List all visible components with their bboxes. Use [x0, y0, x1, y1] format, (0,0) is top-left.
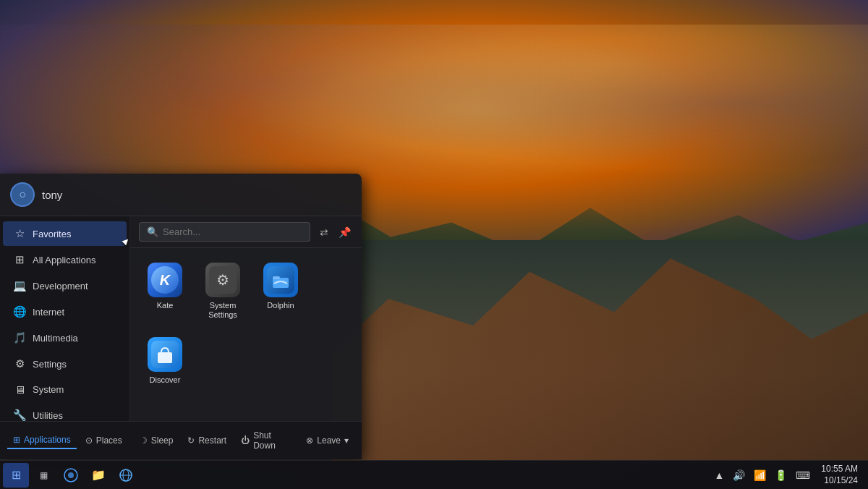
svg-text:⚙: ⚙ — [216, 272, 229, 288]
apps-grid: K Kate ⚙ System Settings — [130, 248, 362, 421]
restart-icon: ↻ — [187, 435, 195, 446]
user-header: ○ tony — [0, 174, 362, 216]
app-label-kate: Kate — [157, 301, 174, 310]
sidebar-item-internet[interactable]: 🌐 Internet — [3, 299, 127, 324]
multimedia-icon: 🎵 — [13, 331, 26, 344]
toolbar-icons: ⇄ 📌 — [318, 224, 353, 240]
sidebar: ☆ Favorites ⊞ All Applications 💻 Develop… — [0, 216, 130, 421]
clock-time: 10:55 AM — [821, 464, 858, 475]
app-label-discover: Discover — [150, 375, 181, 385]
systray-speaker[interactable]: 🔊 — [731, 468, 747, 482]
clock[interactable]: 10:55 AM 10/15/24 — [817, 464, 862, 486]
avatar: ○ — [10, 182, 35, 207]
leave-icon: ⊗ — [306, 435, 313, 446]
app-label-dolphin: Dolphin — [267, 301, 294, 310]
sleep-label: Sleep — [151, 435, 174, 446]
utilities-icon: 🔧 — [13, 409, 26, 421]
launcher-footer: ⊞ Applications ⊙ Places ☽ Sleep ↻ Restar… — [0, 421, 362, 459]
taskbar-app-menu-btn[interactable]: ⊞ — [3, 463, 29, 488]
browser-icon — [119, 468, 133, 482]
username-label: tony — [42, 189, 62, 201]
kate-icon: K — [148, 263, 182, 297]
sidebar-item-settings[interactable]: ⚙ Settings — [3, 352, 127, 376]
svg-rect-8 — [158, 352, 172, 363]
search-input[interactable] — [163, 226, 302, 237]
app-label-system-settings: System Settings — [200, 301, 246, 320]
app-item-kate[interactable]: K Kate — [139, 257, 191, 326]
favorites-icon: ☆ — [13, 227, 26, 240]
sidebar-item-label: Multimedia — [33, 333, 78, 344]
places-label: Places — [96, 435, 122, 446]
taskbar-kde-btn[interactable] — [58, 463, 84, 488]
search-bar[interactable]: 🔍 — [139, 222, 310, 242]
places-icon: ⊙ — [85, 435, 93, 446]
taskbar-right: ▲ 🔊 📶 🔋 ⌨ 10:55 AM 10/15/24 — [706, 464, 868, 486]
sidebar-item-label: Development — [33, 281, 88, 292]
sleep-btn[interactable]: ☽ Sleep — [134, 433, 179, 448]
applications-icon: ⊞ — [13, 435, 20, 445]
internet-icon: 🌐 — [13, 305, 26, 318]
footer-places-btn[interactable]: ⊙ Places — [80, 433, 128, 448]
taskbar-pager-btn[interactable]: ▦ — [30, 463, 56, 488]
svg-point-10 — [68, 472, 74, 478]
pin-icon[interactable]: 📌 — [336, 224, 353, 240]
systray-network[interactable]: 📶 — [752, 468, 768, 482]
restart-btn[interactable]: ↻ Restart — [182, 433, 232, 448]
footer-applications-btn[interactable]: ⊞ Applications — [7, 432, 77, 449]
app-item-discover[interactable]: Discover — [139, 331, 191, 391]
sidebar-item-label: All Applications — [33, 255, 95, 265]
sidebar-item-all-applications[interactable]: ⊞ All Applications — [3, 247, 127, 272]
systray-battery[interactable]: 🔋 — [773, 468, 789, 482]
sidebar-item-favorites[interactable]: ☆ Favorites — [3, 221, 127, 246]
sidebar-item-label: System — [33, 384, 64, 395]
avatar-icon: ○ — [19, 188, 26, 201]
search-icon: 🔍 — [147, 226, 158, 237]
taskbar: ⊞ ▦ 📁 ▲ — [0, 460, 868, 489]
launcher-body: ☆ Favorites ⊞ All Applications 💻 Develop… — [0, 216, 362, 421]
grid-icon: ⊞ — [13, 253, 26, 266]
sleep-icon: ☽ — [140, 435, 148, 446]
leave-btn[interactable]: ⊗ Leave ▾ — [300, 433, 354, 448]
sidebar-item-development[interactable]: 💻 Development — [3, 273, 127, 298]
taskbar-browser-btn[interactable] — [113, 463, 139, 488]
sidebar-item-utilities[interactable]: 🔧 Utilities — [3, 403, 127, 421]
app-launcher: ○ tony ☆ Favorites ⊞ All Applications 💻 … — [0, 174, 362, 459]
right-panel: 🔍 ⇄ 📌 — [130, 216, 362, 421]
svg-text:K: K — [160, 272, 171, 288]
systray-arrow[interactable]: ▲ — [712, 468, 726, 482]
shutdown-icon: ⏻ — [241, 435, 250, 446]
taskbar-left: ⊞ ▦ 📁 — [0, 463, 142, 488]
sidebar-item-system[interactable]: 🖥 System — [3, 378, 127, 401]
leave-chevron: ▾ — [344, 435, 349, 446]
app-item-system-settings[interactable]: ⚙ System Settings — [197, 257, 249, 326]
app-item-dolphin[interactable]: Dolphin — [255, 257, 307, 326]
sidebar-item-label: Internet — [33, 307, 64, 318]
sidebar-item-multimedia[interactable]: 🎵 Multimedia — [3, 326, 127, 350]
development-icon: 💻 — [13, 279, 26, 292]
switch-icon[interactable]: ⇄ — [318, 224, 331, 240]
shutdown-label: Shut Down — [253, 430, 292, 451]
applications-label: Applications — [24, 435, 71, 445]
system-icon: 🖥 — [13, 383, 26, 396]
pager-icon: ▦ — [40, 470, 48, 480]
app-menu-icon: ⊞ — [12, 468, 21, 482]
svg-rect-6 — [273, 276, 280, 279]
sidebar-item-label: Settings — [33, 359, 67, 370]
systray-keyboard[interactable]: ⌨ — [793, 468, 812, 482]
shutdown-btn[interactable]: ⏻ Shut Down — [235, 428, 297, 454]
desktop: ○ tony ☆ Favorites ⊞ All Applications 💻 … — [0, 0, 868, 489]
settings-icon: ⚙ — [13, 357, 26, 370]
files-icon: 📁 — [91, 468, 106, 482]
kde-icon — [64, 468, 78, 482]
discover-icon — [148, 337, 182, 372]
dolphin-icon — [263, 263, 298, 297]
system-settings-icon: ⚙ — [205, 263, 240, 297]
sidebar-item-label: Favorites — [33, 229, 71, 239]
leave-label: Leave — [317, 435, 341, 446]
taskbar-files-btn[interactable]: 📁 — [85, 463, 111, 488]
restart-label: Restart — [198, 435, 226, 446]
clock-date: 10/15/24 — [821, 475, 858, 487]
sidebar-item-label: Utilities — [33, 410, 63, 421]
search-area: 🔍 ⇄ 📌 — [130, 216, 362, 248]
